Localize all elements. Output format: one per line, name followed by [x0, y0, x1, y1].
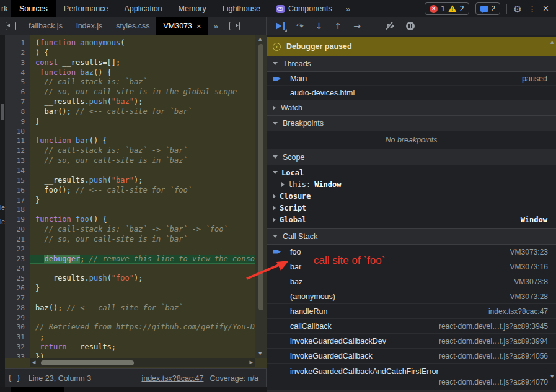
call-stack-frame[interactable]: handleRunindex.tsx?8cac:47: [267, 304, 556, 319]
line-number[interactable]: 23: [5, 255, 30, 264]
code-line[interactable]: 6 // so, our call-site is in the global …: [5, 87, 255, 97]
code-line[interactable]: 7 __results.push("baz");: [5, 97, 255, 107]
line-number[interactable]: 25: [5, 274, 30, 284]
line-number[interactable]: 29: [5, 313, 30, 323]
editor-vertical-scrollbar[interactable]: ▲ ▼: [255, 35, 267, 358]
code-line[interactable]: 20 // call-stack is: `baz` -> `bar` -> `…: [5, 225, 255, 235]
line-number[interactable]: 3: [5, 58, 30, 68]
file-tab-fallback.js[interactable]: fallback.js: [22, 17, 69, 35]
code-line[interactable]: 19function foo() {: [5, 215, 255, 225]
line-number[interactable]: 27: [5, 294, 30, 303]
chevron-down-icon[interactable]: [273, 171, 278, 174]
code-line[interactable]: 17}: [5, 196, 255, 206]
line-number[interactable]: 30: [5, 323, 30, 333]
close-tab-icon[interactable]: ×: [196, 22, 201, 30]
code-line[interactable]: 26}: [5, 284, 255, 294]
code-line[interactable]: 12 // call-stack is: `baz` -> `bar`: [5, 146, 255, 156]
watch-section-header[interactable]: Watch: [267, 100, 556, 116]
call-stack-frame[interactable]: invokeGuardedCallbackDevreact-dom.devel……: [267, 334, 556, 349]
line-number[interactable]: 22: [5, 245, 30, 255]
file-tab-vm3073[interactable]: VM3073×: [156, 17, 208, 35]
tab-sources[interactable]: Sources: [11, 0, 56, 17]
scope-item[interactable]: Local: [267, 167, 556, 178]
line-number[interactable]: 31: [5, 333, 30, 342]
line-number[interactable]: 11: [5, 136, 30, 146]
code-line[interactable]: 15 __results.push("bar");: [5, 176, 255, 186]
step-button[interactable]: →: [353, 22, 361, 30]
thread-item[interactable]: audio-devices.html: [267, 86, 556, 100]
line-number[interactable]: 10: [5, 127, 30, 137]
step-over-button[interactable]: ↷: [296, 22, 304, 30]
chevron-right-icon[interactable]: [281, 182, 285, 187]
call-stack-frame[interactable]: invokeGuardedCallbackreact-dom.devel…t.j…: [267, 349, 556, 364]
threads-section-header[interactable]: Threads: [267, 56, 556, 72]
thread-item[interactable]: Mainpaused: [267, 72, 556, 86]
code-line[interactable]: 8 bar(); // <-- call-site for `bar`: [5, 107, 255, 117]
line-number[interactable]: 7: [5, 97, 30, 107]
code-line[interactable]: 2) {: [5, 48, 255, 58]
pretty-print-icon[interactable]: { }: [7, 374, 21, 383]
code-line[interactable]: 27: [5, 294, 255, 303]
scroll-up-icon[interactable]: ▲: [258, 37, 262, 41]
line-number[interactable]: 18: [5, 205, 30, 215]
code-line[interactable]: 1(function anonymous(: [5, 38, 255, 48]
code-line[interactable]: 22: [5, 245, 255, 255]
tab-application[interactable]: Application: [116, 0, 170, 17]
code-line[interactable]: 32 return __results;: [5, 342, 255, 352]
line-number[interactable]: 26: [5, 284, 30, 294]
scope-item[interactable]: GlobalWindow: [267, 214, 556, 225]
tab-performance[interactable]: Performance: [56, 0, 117, 17]
code-line[interactable]: 29: [5, 313, 255, 323]
line-number[interactable]: 17: [5, 196, 30, 206]
overflow-menu-icon[interactable]: ⋮: [528, 4, 537, 14]
code-line[interactable]: 13 // so, our call-site is in `baz`: [5, 156, 255, 166]
panel-scrollbar[interactable]: ▲ ▼: [549, 35, 556, 392]
breakpoints-section-header[interactable]: Breakpoints: [267, 116, 556, 131]
tab-components[interactable]: Components: [268, 0, 340, 17]
code-editor[interactable]: 1(function anonymous(2) {3const __result…: [0, 35, 267, 368]
line-number[interactable]: 14: [5, 166, 30, 176]
code-line[interactable]: 14: [5, 166, 255, 176]
line-number[interactable]: 5: [5, 77, 30, 87]
pause-on-exceptions-button[interactable]: [406, 22, 415, 30]
line-number[interactable]: 15: [5, 176, 30, 186]
code-line[interactable]: 11function bar() {: [5, 136, 255, 146]
line-number[interactable]: 9: [5, 117, 30, 127]
code-line[interactable]: 31 ;: [5, 333, 255, 342]
editor-horizontal-scrollbar[interactable]: ◀ ▶: [30, 358, 255, 367]
step-out-button[interactable]: ↑: [334, 22, 342, 30]
code-line[interactable]: 30// Retrieved from https://github.com/g…: [5, 323, 255, 333]
line-number[interactable]: 32: [5, 342, 30, 352]
code-line[interactable]: 10: [5, 127, 255, 137]
source-mapped-link[interactable]: index.tsx?8cac:47: [141, 374, 203, 383]
chevron-right-icon[interactable]: [273, 206, 276, 211]
code-line[interactable]: 16 foo(); // <-- call-site for `foo`: [5, 186, 255, 196]
call-stack-frame[interactable]: callCallbackreact-dom.devel…t.js?ac89:39…: [267, 319, 556, 334]
line-number[interactable]: 33: [5, 352, 30, 358]
code-line[interactable]: 18: [5, 205, 255, 215]
more-file-tabs-icon[interactable]: »: [214, 22, 218, 31]
messages-badge[interactable]: 2: [475, 2, 501, 15]
call-stack-frame[interactable]: (anonymous)VM3073:28: [267, 289, 556, 304]
line-number[interactable]: 21: [5, 235, 30, 245]
scroll-down-icon[interactable]: ▼: [550, 375, 554, 379]
line-number[interactable]: 20: [5, 225, 30, 235]
line-number[interactable]: 12: [5, 146, 30, 156]
line-number[interactable]: 24: [5, 264, 30, 274]
code-line[interactable]: 4 function baz() {: [5, 68, 255, 78]
code-line[interactable]: 5 // call-stack is: `baz`: [5, 77, 255, 87]
code-line[interactable]: 3const __results=[];: [5, 58, 255, 68]
scroll-left-icon[interactable]: ◀: [32, 360, 35, 365]
issues-badge[interactable]: × 1 ! 2: [425, 2, 469, 15]
code-line[interactable]: 21 // so, our call-site is in `bar`: [5, 235, 255, 245]
code-line[interactable]: 25 __results.push("foo");: [5, 274, 255, 284]
call-stack-frame[interactable]: fooVM3073:23: [267, 245, 556, 259]
code-line[interactable]: 24: [5, 264, 255, 274]
hide-navigator-icon[interactable]: [6, 22, 16, 30]
line-number[interactable]: 2: [5, 48, 30, 58]
call-stack-frame[interactable]: invokeGuardedCallbackAndCatchFirstErrorr…: [267, 364, 556, 391]
file-tab-index.js[interactable]: index.js: [69, 17, 109, 35]
line-number[interactable]: 28: [5, 303, 30, 313]
scrollbar-thumb[interactable]: [258, 44, 263, 310]
scroll-right-icon[interactable]: ▶: [250, 360, 253, 365]
